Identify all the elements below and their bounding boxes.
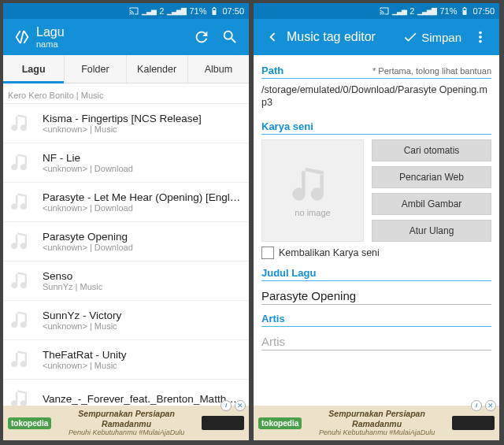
app-bar: Music tag editor Simpan (254, 19, 499, 55)
right-screenshot: ▁▃▅ 2 ▁▃▅▇ 71% 07:50 Music tag editor Si… (254, 3, 499, 440)
ad-brand: tokopedia (8, 417, 51, 429)
appbar-title: Lagu (36, 25, 187, 39)
app-logo-icon[interactable] (8, 23, 36, 51)
music-note-icon (8, 110, 35, 137)
status-bar: ▁▃▅ 2 ▁▃▅▇ 71% 07:50 (254, 3, 499, 19)
pick-image-button[interactable]: Ambil Gambar (372, 193, 491, 215)
ad-line1: Sempurnakan Persiapan Ramadanmu (306, 409, 447, 428)
clock: 07:50 (222, 6, 244, 16)
song-title: Senso (43, 270, 243, 282)
song-subtitle: SunnYz | Music (43, 282, 243, 291)
refresh-button[interactable] (187, 23, 216, 51)
tab-strip: Lagu Folder Kalender Album (3, 55, 249, 83)
tab-album[interactable]: Album (188, 55, 249, 83)
tab-kalender[interactable]: Kalender (127, 55, 188, 83)
song-title: Kisma - Fingertips [NCS Release] (43, 113, 243, 124)
ad-banner[interactable]: i ✕ tokopedia Sempurnakan Persiapan Rama… (254, 406, 499, 440)
song-subtitle: <unknown> | Download (43, 243, 243, 252)
left-screenshot: ▁▃▅ 2 ▁▃▅▇ 71% 07:50 Lagu nama Lagu (3, 3, 249, 440)
status-bar: ▁▃▅ 2 ▁▃▅▇ 71% 07:50 (3, 3, 249, 19)
artist-label: Artis (261, 313, 285, 324)
song-title: Parasyte - Let Me Hear (Opening) [Englis… (43, 191, 243, 203)
list-item[interactable]: Kero Kero Bonito | Music (3, 83, 249, 104)
net-indicator: 2 (410, 6, 414, 16)
app-bar: Lagu nama (3, 19, 249, 55)
tab-lagu[interactable]: Lagu (3, 55, 65, 83)
artwork-label: Karya seni (261, 121, 313, 132)
artist-input[interactable]: Artis (261, 332, 491, 350)
song-title: NF - Lie (43, 152, 243, 164)
battery-icon (460, 6, 469, 16)
google-play-badge[interactable] (452, 416, 495, 430)
song-subtitle: <unknown> | Music (43, 321, 243, 331)
cast-icon (129, 6, 139, 16)
reset-button[interactable]: Atur Ulang (372, 220, 491, 242)
battery-percent: 71% (189, 6, 206, 16)
list-item[interactable]: Kisma - Fingertips [NCS Release]<unknown… (3, 104, 249, 143)
ad-close-icon[interactable]: ✕ (235, 400, 246, 411)
artwork-preview[interactable]: no image (261, 139, 364, 242)
appbar-subtitle: nama (36, 39, 187, 49)
music-note-icon (8, 268, 35, 295)
path-helper: * Pertama, tolong lihat bantuan (372, 66, 491, 76)
battery-icon (209, 6, 219, 16)
restore-artwork-checkbox[interactable]: Kembalikan Karya seni (261, 247, 491, 259)
google-play-badge[interactable] (202, 416, 244, 430)
path-label: Path (261, 65, 284, 76)
list-item[interactable]: SunnYz - Victory<unknown> | Music (3, 301, 249, 340)
music-note-icon (8, 189, 35, 216)
web-search-button[interactable]: Pencarian Web (372, 166, 491, 188)
song-subtitle: <unknown> | Music (43, 124, 243, 134)
song-subtitle: <unknown> | Music (43, 361, 243, 370)
appbar-title: Music tag editor (287, 30, 398, 44)
song-title-label: Judul Lagu (261, 267, 316, 279)
ad-line2: Penuhi Kebutuhanmu #MulaiAjaDulu (306, 428, 447, 437)
overflow-menu-button[interactable] (466, 23, 495, 51)
song-title: Parasyte Opening (43, 231, 243, 243)
back-button[interactable] (258, 23, 287, 51)
song-subtitle: Kero Kero Bonito | Music (8, 91, 243, 100)
song-list[interactable]: Kero Kero Bonito | MusicKisma - Fingerti… (3, 83, 249, 406)
song-title: TheFatRat - Unity (43, 349, 243, 361)
song-subtitle: <unknown> | Download (43, 164, 243, 173)
cast-icon (380, 6, 389, 16)
song-title: Vanze_-_Forever_feat._Brenton_Mattheus_.… (43, 393, 243, 405)
list-item[interactable]: SensoSunnYz | Music (3, 261, 249, 301)
music-note-icon (8, 307, 35, 334)
song-subtitle: <unknown> | Download (43, 203, 243, 213)
ad-line1: Sempurnakan Persiapan Ramadanmu (56, 409, 197, 428)
song-title: SunnYz - Victory (43, 310, 243, 321)
music-note-icon (8, 386, 35, 406)
save-button[interactable]: Simpan (398, 29, 466, 45)
list-item[interactable]: NF - Lie<unknown> | Download (3, 143, 249, 183)
ad-line2: Penuhi Kebutuhanmu #MulaiAjaDulu (56, 428, 197, 437)
auto-search-button[interactable]: Cari otomatis (372, 139, 491, 161)
ad-close-icon[interactable]: ✕ (485, 400, 496, 411)
net-indicator: 2 (159, 6, 164, 16)
music-note-icon (8, 228, 35, 255)
ad-info-icon[interactable]: i (220, 400, 232, 411)
path-value: /storage/emulated/0/Download/Parasyte Op… (261, 83, 491, 109)
battery-percent: 71% (439, 6, 457, 16)
list-item[interactable]: Vanze_-_Forever_feat._Brenton_Mattheus_.… (3, 380, 249, 406)
tab-folder[interactable]: Folder (65, 55, 126, 83)
list-item[interactable]: Parasyte - Let Me Hear (Opening) [Englis… (3, 183, 249, 222)
list-item[interactable]: Parasyte Opening<unknown> | Download (3, 222, 249, 261)
music-note-icon (8, 150, 35, 176)
checkbox-icon (261, 247, 274, 259)
search-button[interactable] (216, 23, 244, 51)
ad-info-icon[interactable]: i (471, 400, 482, 411)
song-title-input[interactable]: Parasyte Opening (261, 286, 491, 305)
clock: 07:50 (472, 6, 495, 16)
editor-form: Path * Pertama, tolong lihat bantuan /st… (254, 55, 499, 406)
ad-banner[interactable]: i ✕ tokopedia Sempurnakan Persiapan Rama… (3, 406, 249, 440)
list-item[interactable]: TheFatRat - Unity<unknown> | Music (3, 340, 249, 380)
ad-brand: tokopedia (258, 417, 302, 429)
music-note-icon (8, 347, 35, 373)
